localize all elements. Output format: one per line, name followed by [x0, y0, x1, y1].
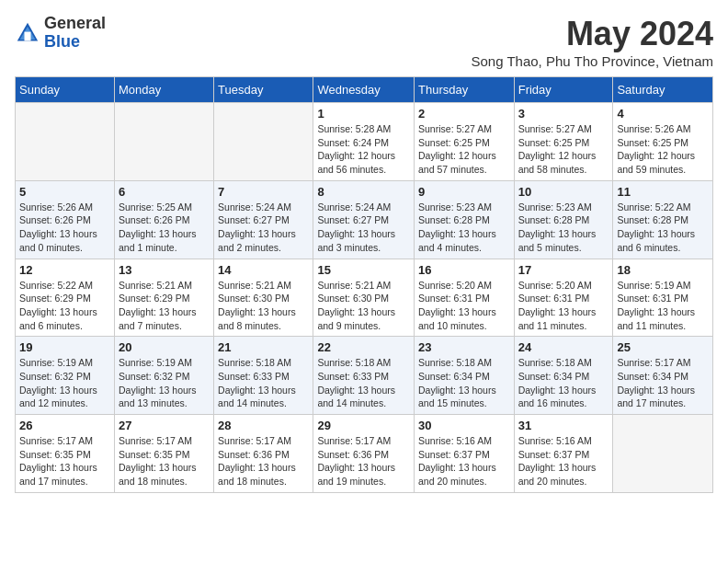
day-number: 9 — [418, 185, 510, 199]
day-info: Sunrise: 5:17 AM Sunset: 6:35 PM Dayligh… — [119, 434, 210, 488]
day-info: Sunrise: 5:27 AM Sunset: 6:25 PM Dayligh… — [418, 122, 510, 177]
calendar-cell — [114, 103, 213, 181]
calendar-week-1: 1Sunrise: 5:28 AM Sunset: 6:24 PM Daylig… — [16, 103, 713, 181]
calendar-cell: 13Sunrise: 5:21 AM Sunset: 6:29 PM Dayli… — [114, 259, 213, 337]
calendar-cell: 7Sunrise: 5:24 AM Sunset: 6:27 PM Daylig… — [214, 180, 313, 259]
calendar-cell: 22Sunrise: 5:18 AM Sunset: 6:33 PM Dayli… — [313, 337, 415, 415]
calendar-table: SundayMondayTuesdayWednesdayThursdayFrid… — [15, 76, 713, 493]
day-number: 15 — [317, 263, 410, 277]
day-info: Sunrise: 5:16 AM Sunset: 6:37 PM Dayligh… — [518, 434, 609, 488]
day-number: 6 — [119, 185, 210, 199]
day-info: Sunrise: 5:22 AM Sunset: 6:29 PM Dayligh… — [19, 279, 110, 333]
logo: General Blue — [15, 15, 106, 52]
day-number: 22 — [317, 340, 410, 354]
day-info: Sunrise: 5:20 AM Sunset: 6:31 PM Dayligh… — [518, 279, 609, 333]
calendar-cell: 15Sunrise: 5:21 AM Sunset: 6:30 PM Dayli… — [313, 259, 415, 337]
day-number: 26 — [19, 419, 110, 432]
calendar-cell — [613, 415, 713, 493]
calendar-cell: 25Sunrise: 5:17 AM Sunset: 6:34 PM Dayli… — [613, 337, 713, 415]
day-header-friday: Friday — [514, 77, 613, 103]
day-info: Sunrise: 5:21 AM Sunset: 6:29 PM Dayligh… — [119, 279, 210, 333]
calendar-cell: 19Sunrise: 5:19 AM Sunset: 6:32 PM Dayli… — [16, 337, 115, 415]
day-number: 31 — [518, 419, 609, 432]
day-number: 19 — [19, 340, 110, 354]
calendar-cell: 3Sunrise: 5:27 AM Sunset: 6:25 PM Daylig… — [514, 103, 613, 181]
day-info: Sunrise: 5:19 AM Sunset: 6:31 PM Dayligh… — [617, 279, 709, 333]
calendar-cell: 4Sunrise: 5:26 AM Sunset: 6:25 PM Daylig… — [613, 103, 713, 181]
calendar-cell: 20Sunrise: 5:19 AM Sunset: 6:32 PM Dayli… — [114, 337, 213, 415]
calendar-cell — [16, 103, 115, 181]
calendar-cell: 9Sunrise: 5:23 AM Sunset: 6:28 PM Daylig… — [415, 180, 515, 259]
calendar-cell: 16Sunrise: 5:20 AM Sunset: 6:31 PM Dayli… — [415, 259, 515, 337]
day-number: 14 — [218, 263, 309, 277]
calendar-cell: 8Sunrise: 5:24 AM Sunset: 6:27 PM Daylig… — [313, 180, 415, 259]
calendar-cell: 6Sunrise: 5:25 AM Sunset: 6:26 PM Daylig… — [114, 180, 213, 259]
day-header-sunday: Sunday — [16, 77, 115, 103]
day-number: 24 — [518, 340, 609, 354]
day-number: 21 — [218, 340, 309, 354]
day-number: 11 — [617, 185, 709, 199]
calendar-cell: 2Sunrise: 5:27 AM Sunset: 6:25 PM Daylig… — [415, 103, 515, 181]
calendar-week-2: 5Sunrise: 5:26 AM Sunset: 6:26 PM Daylig… — [16, 180, 713, 259]
day-info: Sunrise: 5:21 AM Sunset: 6:30 PM Dayligh… — [317, 279, 410, 333]
day-header-monday: Monday — [114, 77, 213, 103]
svg-rect-2 — [25, 31, 31, 40]
calendar-cell — [214, 103, 313, 181]
day-info: Sunrise: 5:27 AM Sunset: 6:25 PM Dayligh… — [518, 122, 609, 177]
calendar-cell: 14Sunrise: 5:21 AM Sunset: 6:30 PM Dayli… — [214, 259, 313, 337]
day-info: Sunrise: 5:20 AM Sunset: 6:31 PM Dayligh… — [418, 279, 510, 333]
day-number: 18 — [617, 263, 709, 277]
day-info: Sunrise: 5:18 AM Sunset: 6:33 PM Dayligh… — [218, 356, 309, 410]
day-header-tuesday: Tuesday — [214, 77, 313, 103]
day-number: 12 — [19, 263, 110, 277]
day-info: Sunrise: 5:17 AM Sunset: 6:35 PM Dayligh… — [19, 434, 110, 488]
day-info: Sunrise: 5:23 AM Sunset: 6:28 PM Dayligh… — [518, 201, 609, 255]
calendar-cell: 1Sunrise: 5:28 AM Sunset: 6:24 PM Daylig… — [313, 103, 415, 181]
logo-general-text: General — [44, 14, 106, 32]
day-number: 23 — [418, 340, 510, 354]
day-info: Sunrise: 5:19 AM Sunset: 6:32 PM Dayligh… — [19, 356, 110, 410]
day-number: 2 — [418, 107, 510, 121]
day-info: Sunrise: 5:25 AM Sunset: 6:26 PM Dayligh… — [119, 201, 210, 255]
day-number: 25 — [617, 340, 709, 354]
day-number: 29 — [317, 419, 410, 432]
location: Song Thao, Phu Tho Province, Vietnam — [471, 53, 713, 69]
calendar-cell: 26Sunrise: 5:17 AM Sunset: 6:35 PM Dayli… — [16, 415, 115, 493]
day-info: Sunrise: 5:22 AM Sunset: 6:28 PM Dayligh… — [617, 201, 709, 255]
month-title: May 2024 — [471, 15, 713, 53]
day-info: Sunrise: 5:19 AM Sunset: 6:32 PM Dayligh… — [119, 356, 210, 410]
day-info: Sunrise: 5:17 AM Sunset: 6:34 PM Dayligh… — [617, 356, 709, 410]
day-info: Sunrise: 5:18 AM Sunset: 6:34 PM Dayligh… — [418, 356, 510, 410]
logo-blue-text: Blue — [44, 32, 80, 51]
calendar-cell: 11Sunrise: 5:22 AM Sunset: 6:28 PM Dayli… — [613, 180, 713, 259]
day-number: 4 — [617, 107, 709, 121]
calendar-cell: 27Sunrise: 5:17 AM Sunset: 6:35 PM Dayli… — [114, 415, 213, 493]
day-number: 10 — [518, 185, 609, 199]
logo-icon — [15, 20, 40, 46]
page-header: General Blue May 2024 Song Thao, Phu Tho… — [15, 15, 713, 69]
day-number: 5 — [19, 185, 110, 199]
day-info: Sunrise: 5:28 AM Sunset: 6:24 PM Dayligh… — [317, 122, 410, 177]
calendar-cell: 10Sunrise: 5:23 AM Sunset: 6:28 PM Dayli… — [514, 180, 613, 259]
day-number: 28 — [218, 419, 309, 432]
day-number: 8 — [317, 185, 410, 199]
calendar-week-3: 12Sunrise: 5:22 AM Sunset: 6:29 PM Dayli… — [16, 259, 713, 337]
calendar-cell: 31Sunrise: 5:16 AM Sunset: 6:37 PM Dayli… — [514, 415, 613, 493]
day-info: Sunrise: 5:24 AM Sunset: 6:27 PM Dayligh… — [317, 201, 410, 255]
day-info: Sunrise: 5:17 AM Sunset: 6:36 PM Dayligh… — [218, 434, 309, 488]
day-info: Sunrise: 5:21 AM Sunset: 6:30 PM Dayligh… — [218, 279, 309, 333]
calendar-cell: 24Sunrise: 5:18 AM Sunset: 6:34 PM Dayli… — [514, 337, 613, 415]
title-block: May 2024 Song Thao, Phu Tho Province, Vi… — [471, 15, 713, 69]
day-number: 17 — [518, 263, 609, 277]
day-number: 13 — [119, 263, 210, 277]
day-number: 30 — [418, 419, 510, 432]
day-header-wednesday: Wednesday — [313, 77, 415, 103]
day-number: 3 — [518, 107, 609, 121]
calendar-cell: 28Sunrise: 5:17 AM Sunset: 6:36 PM Dayli… — [214, 415, 313, 493]
day-number: 27 — [119, 419, 210, 432]
day-number: 20 — [119, 340, 210, 354]
day-info: Sunrise: 5:23 AM Sunset: 6:28 PM Dayligh… — [418, 201, 510, 255]
calendar-week-4: 19Sunrise: 5:19 AM Sunset: 6:32 PM Dayli… — [16, 337, 713, 415]
calendar-cell: 21Sunrise: 5:18 AM Sunset: 6:33 PM Dayli… — [214, 337, 313, 415]
calendar-header: SundayMondayTuesdayWednesdayThursdayFrid… — [16, 77, 713, 103]
